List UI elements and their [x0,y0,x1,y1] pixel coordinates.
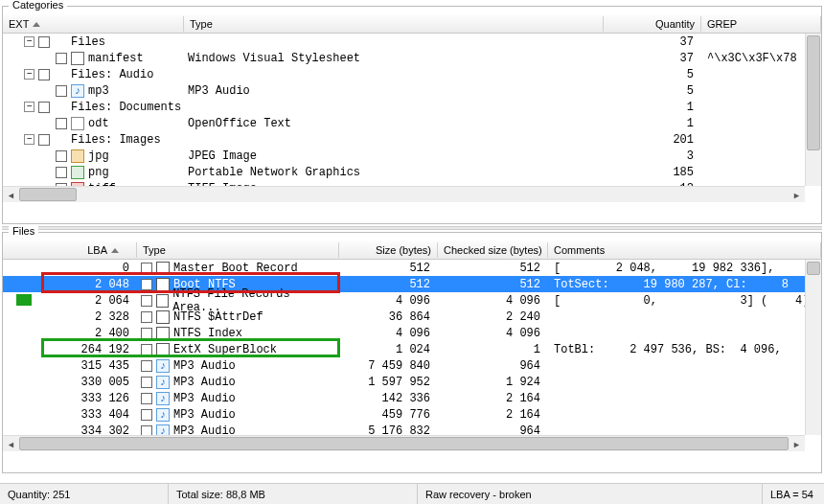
table-row[interactable]: 330 005♪MP3 Audio1 597 9521 924 [3,374,821,390]
col-type[interactable]: Type [184,16,604,32]
mp3-icon: ♪ [71,84,84,98]
table-row[interactable]: 264 192ExtX SuperBlock1 0241TotBl: 2 497… [3,341,821,357]
table-row[interactable]: 333 404♪MP3 Audio459 7762 164 [3,406,821,423]
checkbox[interactable] [141,263,152,274]
col-size[interactable]: Size (bytes) [339,242,438,258]
table-row[interactable]: 0Master Boot Record512512[ 2 048, 19 982… [3,260,821,276]
categories-panel-title: Categories [9,0,67,11]
mp3-icon: ♪ [156,392,170,405]
scroll-left-icon[interactable]: ◄ [3,187,19,202]
tree-row[interactable]: manifestWindows Visual Stylesheet37^\x3C… [3,50,821,66]
splitter[interactable] [2,226,822,230]
cell-size: 1 024 [339,343,438,356]
checkbox[interactable] [56,53,67,64]
checkbox[interactable] [141,393,152,404]
sort-icon [111,248,119,253]
cell-type: MP3 Audio [173,359,236,373]
col-quantity[interactable]: Quantity [604,16,701,32]
checkbox[interactable] [38,36,50,48]
col-ext[interactable]: EXT [3,16,184,32]
col-ftype[interactable]: Type [137,242,339,258]
categories-vscroll[interactable] [805,34,821,186]
checkbox[interactable] [38,69,50,80]
cell-size: 7 459 840 [339,359,438,373]
tree-row[interactable]: pngPortable Network Graphics185 [3,164,821,180]
checkbox[interactable] [38,134,50,146]
table-row[interactable]: 2 328NTFS $AttrDef36 8642 240 [3,309,821,325]
cell-type: NTFS $AttrDef [173,310,263,324]
cell-checked: 2 240 [438,310,548,324]
cell-type: NTFS Index [173,327,242,340]
categories-header: EXT Type Quantity GREP [3,14,821,34]
checkbox[interactable] [38,102,50,113]
tree-type: MP3 Audio [184,84,604,98]
cell-size: 4 096 [339,327,438,340]
files-vscroll[interactable] [805,260,821,435]
tree-row[interactable]: ♪mp3MP3 Audio5 [3,82,821,99]
cell-checked: 512 [438,262,548,275]
sort-icon [33,22,40,27]
tree-row[interactable]: −Files: Audio5 [3,66,821,82]
marker-green [16,294,32,306]
table-row[interactable]: 2 048Boot NTFS512512TotSect: 19 980 287,… [3,276,821,292]
scroll-left-icon[interactable]: ◄ [3,436,19,451]
checkbox[interactable] [141,295,152,307]
mp3-icon: ♪ [156,376,170,389]
checkbox[interactable] [141,344,152,355]
tree-type: Portable Network Graphics [184,166,604,179]
col-lba[interactable]: LBA [3,242,137,258]
tree-row[interactable]: jpgJPEG Image3 [3,148,821,164]
checkbox[interactable] [141,377,152,388]
jpg-icon [71,149,84,163]
cell-comment: TotSect: 19 980 287, Cl: 8 [548,278,821,291]
checkbox[interactable] [56,118,67,129]
tree-row[interactable]: −Files37 [3,34,821,50]
table-row[interactable]: 2 400NTFS Index4 0964 096 [3,325,821,341]
tree-label: Files [71,35,105,49]
expander-icon[interactable]: − [24,36,34,47]
tree-qty: 5 [604,84,701,98]
checkbox[interactable] [141,360,152,372]
raw-icon [156,262,170,275]
col-comments[interactable]: Comments [548,242,821,258]
tree-row[interactable]: −Files: Documents1 [3,99,821,115]
scroll-right-icon[interactable]: ► [789,436,805,451]
checkbox[interactable] [56,85,67,97]
status-total: Total size: 88,8 MB [169,484,418,504]
tree-qty: 1 [604,101,701,114]
status-bar: Quantity: 251 Total size: 88,8 MB Raw re… [0,483,824,504]
cell-comment: TotBl: 2 497 536, BS: 4 096, [548,343,821,356]
expander-icon[interactable]: − [24,102,34,112]
col-checked[interactable]: Checked size (bytes) [438,242,548,258]
cell-lba: 2 400 [3,327,137,340]
col-grep[interactable]: GREP [701,16,821,32]
scroll-right-icon[interactable]: ► [789,187,805,202]
tree-qty: 201 [604,133,701,147]
cell-size: 512 [339,262,438,275]
checkbox[interactable] [56,167,67,178]
cell-checked: 964 [438,359,548,373]
raw-icon [156,310,170,324]
cell-lba: 264 192 [3,343,137,356]
tree-row[interactable]: −Files: Images201 [3,131,821,148]
files-hscroll[interactable]: ◄ ► [3,435,805,451]
cell-lba: 333 404 [3,408,137,422]
tree-label: Files: Audio [71,68,153,81]
cell-type: MP3 Audio [173,408,236,422]
checkbox[interactable] [141,328,152,339]
table-row[interactable]: 333 126♪MP3 Audio142 3362 164 [3,390,821,406]
status-mid: Raw recovery - broken [418,484,763,504]
tree-row[interactable]: odtOpenOffice Text1 [3,115,821,131]
checkbox[interactable] [141,311,152,323]
checkbox[interactable] [56,150,67,162]
checkbox[interactable] [141,409,152,421]
expander-icon[interactable]: − [24,134,34,145]
table-row[interactable]: 2 064NTFS File Records Area...4 0964 096… [3,292,821,309]
tree-qty: 1 [604,117,701,130]
table-row[interactable]: 315 435♪MP3 Audio7 459 840964 [3,357,821,374]
tree-qty: 37 [604,35,701,49]
status-quantity: Quantity: 251 [0,484,169,504]
cell-checked: 1 924 [438,376,548,389]
categories-hscroll[interactable]: ◄ ► [3,186,805,202]
expander-icon[interactable]: − [24,69,34,80]
